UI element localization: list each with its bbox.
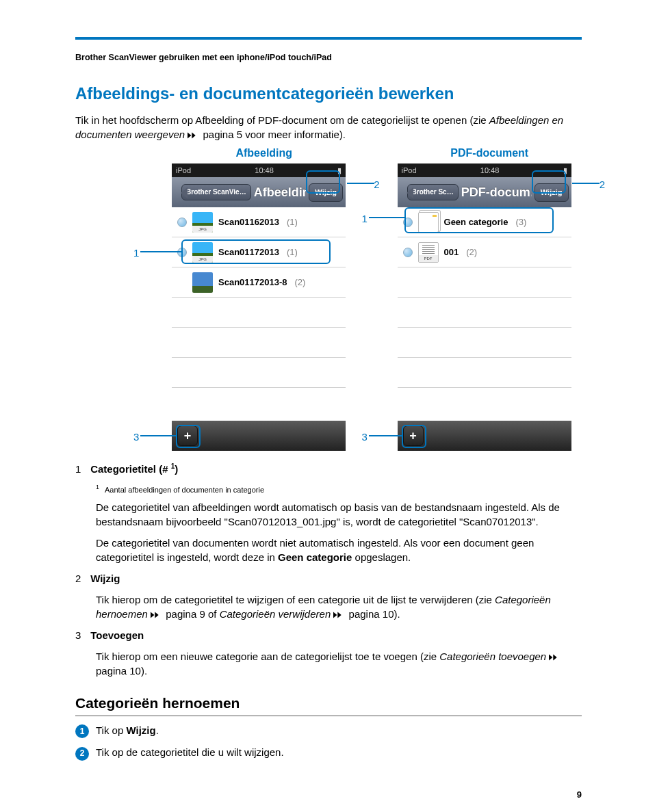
callout-line-3 — [369, 435, 402, 436]
selection-dot-icon — [403, 218, 413, 227]
thumbnail-jpg-icon — [192, 212, 213, 233]
legend-para: De categorietitel van afbeeldingen wordt… — [96, 500, 582, 529]
selection-dot-icon — [177, 218, 187, 227]
callout-1-label: 1 — [362, 211, 368, 226]
page-ref-icon — [151, 612, 163, 618]
status-time: 10:48 — [480, 166, 500, 176]
status-bar: iPod 10:48 ▮ — [172, 163, 346, 177]
toolbar: + — [172, 421, 346, 451]
add-button[interactable]: + — [177, 425, 198, 446]
category-list: Geen categorie(3) 001(2) — [398, 207, 571, 418]
list-item-empty — [398, 388, 571, 418]
row-title: Scan01172013 — [218, 246, 279, 259]
list-item[interactable]: 001(2) — [398, 237, 571, 267]
edit-button[interactable]: Wijzig — [309, 183, 343, 202]
step-text: Tik op de categorietitel die u wilt wijz… — [96, 745, 284, 759]
row-title: 001 — [444, 246, 459, 259]
step-number-icon: 1 — [75, 724, 89, 738]
selection-dot-icon — [403, 248, 413, 257]
legend-index: 2 — [75, 571, 88, 586]
figures-row: 1 2 3 Afbeelding iPod 10:48 ▮ Brother Sc… — [105, 146, 582, 451]
legend-index: 1 — [75, 462, 88, 476]
nav-bar: Brother Sc… PDF-docum… Wijzig — [398, 177, 571, 207]
phone-screenshot-left: iPod 10:48 ▮ Brother ScanVie… Afbeelding… — [172, 163, 346, 451]
status-time: 10:48 — [255, 166, 274, 176]
figure-right-label: PDF-document — [398, 146, 582, 161]
nav-bar: Brother ScanVie… Afbeelding Wijzig — [172, 177, 346, 207]
nav-title: PDF-docum… — [461, 184, 532, 201]
callout-line-2 — [347, 183, 374, 184]
list-item-empty — [398, 328, 571, 358]
figure-right: 1 2 3 PDF-document iPod 10:48 ▮ Brother … — [398, 146, 582, 451]
list-item-empty — [398, 358, 571, 388]
intro-paragraph: Tik in het hoofdscherm op Afbeelding of … — [75, 113, 582, 142]
callout-3-label: 3 — [133, 430, 139, 444]
step-text: Tik op Wijzig. — [96, 723, 159, 737]
back-button[interactable]: Brother ScanVie… — [181, 184, 251, 200]
row-title: Scan01172013-8 — [218, 276, 287, 289]
legend-index: 3 — [75, 628, 88, 642]
intro-text-end: pagina 5 voor meer informatie). — [203, 129, 345, 140]
row-title: Scan01162013 — [218, 216, 279, 228]
step-2: 2 Tik op de categorietitel die u wilt wi… — [75, 745, 582, 760]
page-number: 9 — [577, 789, 582, 801]
callout-2-label: 2 — [600, 177, 605, 192]
callout-1-label: 1 — [133, 246, 139, 260]
callout-line-3 — [140, 435, 176, 436]
section-title: Categorieën hernoemen — [75, 693, 582, 716]
battery-icon: ▮ — [563, 166, 567, 176]
thumbnail-image-icon — [192, 272, 213, 293]
back-button[interactable]: Brother Sc… — [407, 184, 459, 200]
row-count: (2) — [466, 246, 477, 259]
legend-label: Categorietitel (# 1) — [90, 463, 178, 475]
legend: 1 Categorietitel (# 1) 1Aantal afbeeldin… — [75, 462, 582, 677]
status-carrier: iPod — [402, 166, 417, 176]
list-item-empty — [172, 358, 346, 388]
legend-para: Tik hierop om de categorietitel te wijzi… — [96, 592, 582, 621]
page-ref-icon — [549, 654, 561, 661]
page-ref-icon — [333, 612, 346, 618]
edit-button[interactable]: Wijzig — [534, 183, 569, 202]
row-count: (1) — [287, 216, 298, 228]
category-list: Scan01162013(1) Scan01172013(1) Scan0117… — [172, 207, 346, 418]
figure-left: 1 2 3 Afbeelding iPod 10:48 ▮ Brother Sc… — [172, 146, 356, 451]
footnote: 1Aantal afbeeldingen of documenten in ca… — [96, 483, 582, 495]
intro-text: Tik in het hoofdscherm op Afbeelding of … — [75, 114, 489, 126]
footnote-text: Aantal afbeeldingen of documenten in cat… — [105, 486, 264, 494]
selection-dot-icon — [177, 248, 187, 257]
list-item-empty — [172, 298, 346, 328]
figure-left-label: Afbeelding — [172, 146, 356, 161]
thumbnail-jpg-icon — [192, 242, 213, 263]
list-item[interactable]: Scan01162013(1) — [172, 207, 346, 237]
page-ref-icon — [188, 132, 200, 139]
step-1: 1 Tik op Wijzig. — [75, 723, 582, 738]
legend-label: Toevoegen — [90, 629, 144, 641]
add-button[interactable]: + — [403, 425, 424, 446]
callout-line-2 — [572, 183, 600, 184]
nav-title: Afbeelding — [254, 184, 307, 201]
row-count: (2) — [295, 276, 306, 289]
list-item-empty — [398, 267, 571, 298]
page-title: Afbeeldings- en documentcategorieën bewe… — [75, 82, 582, 105]
legend-para: De categorietitel van documenten wordt n… — [96, 536, 582, 564]
list-item-empty — [398, 298, 571, 328]
status-bar: iPod 10:48 ▮ — [398, 163, 571, 177]
legend-item-1: 1 Categorietitel (# 1) — [75, 462, 582, 476]
list-item[interactable]: Scan01172013(1) — [172, 237, 346, 267]
breadcrumb: Brother ScanViewer gebruiken met een iph… — [75, 52, 582, 64]
list-item-empty — [172, 388, 346, 418]
row-count: (3) — [515, 216, 526, 228]
callout-3-label: 3 — [362, 430, 368, 444]
row-count: (1) — [287, 246, 298, 259]
list-item[interactable]: Geen categorie(3) — [398, 207, 571, 237]
toolbar: + — [398, 421, 571, 451]
status-carrier: iPod — [176, 166, 191, 176]
legend-item-2: 2 Wijzig — [75, 571, 582, 586]
list-item[interactable]: Scan01172013-8(2) — [172, 267, 346, 298]
legend-label: Wijzig — [90, 573, 120, 584]
footnote-index: 1 — [96, 484, 99, 490]
phone-screenshot-right: iPod 10:48 ▮ Brother Sc… PDF-docum… Wijz… — [398, 163, 571, 451]
list-item-empty — [172, 328, 346, 358]
thumbnail-pdf-icon — [418, 242, 439, 263]
thumbnail-folder-icon — [418, 212, 439, 233]
